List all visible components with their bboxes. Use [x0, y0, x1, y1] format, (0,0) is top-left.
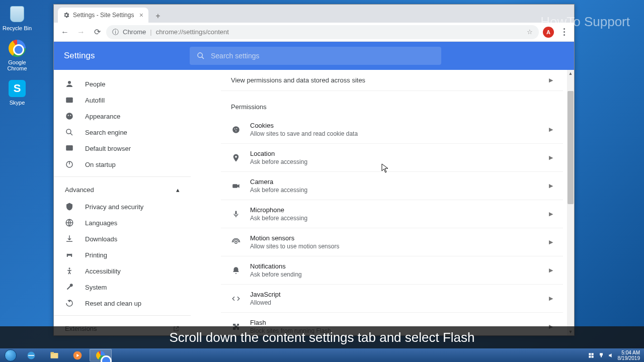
perm-title: JavaScript	[250, 291, 540, 298]
tray-network-icon[interactable]	[598, 352, 605, 359]
perm-row-notifications[interactable]: NotificationsAsk before sending ▶	[221, 256, 563, 285]
svg-point-17	[232, 126, 239, 133]
bookmark-star-icon[interactable]: ☆	[527, 28, 533, 36]
vertical-scrollbar[interactable]: ▲ ▼	[567, 70, 574, 335]
tray-flag-icon[interactable]	[588, 352, 595, 359]
taskbar-chrome[interactable]	[90, 349, 112, 361]
sidebar-item-autofill[interactable]: Autofill	[54, 92, 191, 108]
accessibility-icon	[65, 266, 74, 276]
perm-row-camera[interactable]: CameraAsk before accessing ▶	[221, 172, 563, 200]
sidebar-label: Appearance	[85, 113, 120, 120]
perm-row-location[interactable]: LocationAsk before accessing ▶	[221, 144, 563, 172]
tray-date: 8/19/2019	[618, 355, 640, 361]
perm-row-javascript[interactable]: JavaScriptAllowed ▶	[221, 285, 563, 313]
forward-button[interactable]: →	[74, 25, 88, 39]
svg-rect-9	[66, 145, 73, 151]
omnibox-scheme: Chrome	[123, 28, 146, 36]
reset-icon	[65, 299, 74, 308]
sidebar-item-reset[interactable]: Reset and clean up	[54, 295, 191, 311]
sidebar-advanced-toggle[interactable]: Advanced ▴	[54, 181, 191, 199]
scroll-thumb[interactable]	[568, 91, 574, 204]
taskbar-media[interactable]	[66, 349, 89, 361]
svg-rect-35	[589, 355, 591, 357]
settings-search-input[interactable]	[211, 52, 434, 60]
back-button[interactable]: ←	[58, 25, 72, 39]
tab-close-icon[interactable]: ×	[139, 11, 143, 19]
sidebar-item-appearance[interactable]: Appearance	[54, 108, 191, 124]
view-all-sites-row[interactable]: View permissions and data stored across …	[221, 70, 563, 91]
omnibox-url: chrome://settings/content	[156, 28, 229, 36]
perm-row-cookies[interactable]: CookiesAllow sites to save and read cook…	[221, 116, 563, 144]
gear-icon	[63, 12, 70, 19]
skype-desktop-icon[interactable]: S Skype	[2, 78, 32, 106]
svg-rect-34	[591, 353, 593, 355]
new-tab-button[interactable]: +	[151, 10, 165, 23]
view-all-label: View permissions and data stored across …	[231, 76, 365, 84]
content-panel: View permissions and data stored across …	[221, 70, 563, 335]
perm-sub: Ask before sending	[250, 271, 540, 278]
sidebar-item-people[interactable]: People	[54, 76, 191, 92]
svg-point-0	[198, 53, 202, 57]
sidebar-item-system[interactable]: System	[54, 279, 191, 295]
taskbar-explorer[interactable]	[43, 349, 65, 361]
perm-sub: Ask before accessing	[250, 158, 540, 165]
wrench-icon	[65, 283, 74, 292]
chrome-desktop-icon[interactable]: Google Chrome	[2, 38, 32, 71]
svg-point-18	[234, 128, 235, 129]
taskbar-ie[interactable]	[20, 349, 42, 361]
scroll-up-icon[interactable]: ▲	[567, 70, 574, 77]
sidebar-item-default-browser[interactable]: Default browser	[54, 140, 191, 156]
tray-volume-icon[interactable]	[608, 352, 615, 359]
code-icon	[231, 294, 241, 303]
perm-title: Microphone	[250, 206, 540, 214]
download-icon	[65, 234, 74, 243]
autofill-icon	[65, 96, 74, 105]
settings-body: People Autofill Appearance Search engine…	[54, 70, 574, 335]
svg-line-1	[202, 57, 204, 59]
sidebar-label: People	[85, 80, 105, 88]
appearance-icon	[65, 112, 74, 121]
svg-rect-23	[235, 211, 237, 215]
reload-button[interactable]: ⟳	[90, 25, 104, 39]
chevron-right-icon: ▶	[549, 183, 553, 189]
tray-clock[interactable]: 5:04 AM 8/19/2019	[618, 350, 640, 361]
svg-point-20	[235, 130, 236, 131]
site-info-icon[interactable]: ⓘ	[112, 28, 119, 37]
printer-icon	[65, 250, 74, 259]
svg-rect-37	[600, 353, 603, 355]
desktop-icons: Recycle Bin Google Chrome S Skype	[2, 4, 32, 113]
browser-toolbar: ← → ⟳ ⓘ Chrome | chrome://settings/conte…	[54, 23, 574, 42]
system-tray[interactable]: 5:04 AM 8/19/2019	[588, 350, 642, 361]
motion-icon	[231, 238, 241, 247]
sidebar-label: Reset and clean up	[85, 300, 141, 307]
perm-row-microphone[interactable]: MicrophoneAsk before accessing ▶	[221, 200, 563, 228]
sidebar-label: Privacy and security	[85, 203, 143, 211]
perm-sub: Allow sites to use motion sensors	[250, 243, 540, 250]
sidebar-item-search-engine[interactable]: Search engine	[54, 124, 191, 140]
bell-icon	[231, 266, 241, 275]
sidebar-item-accessibility[interactable]: Accessibility	[54, 263, 191, 279]
chevron-right-icon: ▶	[549, 267, 553, 274]
chevron-right-icon: ▶	[549, 211, 553, 217]
sidebar-item-downloads[interactable]: Downloads	[54, 231, 191, 247]
perm-title: Flash	[250, 319, 540, 326]
perm-row-motion[interactable]: Motion sensorsAllow sites to use motion …	[221, 228, 563, 256]
sidebar-item-privacy[interactable]: Privacy and security	[54, 199, 191, 215]
svg-point-16	[69, 267, 70, 269]
sidebar-item-printing[interactable]: Printing	[54, 247, 191, 263]
sidebar-item-on-startup[interactable]: On startup	[54, 156, 191, 172]
advanced-label: Advanced	[65, 186, 94, 194]
svg-rect-22	[232, 184, 237, 188]
settings-title: Settings	[64, 51, 190, 61]
sidebar-label: Default browser	[85, 145, 131, 152]
start-button[interactable]	[2, 348, 19, 362]
perm-sub: Ask before accessing	[250, 187, 540, 194]
recycle-bin-icon[interactable]: Recycle Bin	[2, 4, 32, 31]
tab-settings[interactable]: Settings - Site Settings ×	[58, 8, 148, 23]
sidebar-item-languages[interactable]: Languages	[54, 215, 191, 231]
settings-search[interactable]	[190, 47, 441, 65]
taskbar: 5:04 AM 8/19/2019	[0, 348, 644, 362]
address-bar[interactable]: ⓘ Chrome | chrome://settings/content ☆	[106, 25, 539, 39]
power-icon	[65, 160, 74, 169]
content-scroll[interactable]: View permissions and data stored across …	[191, 70, 574, 335]
